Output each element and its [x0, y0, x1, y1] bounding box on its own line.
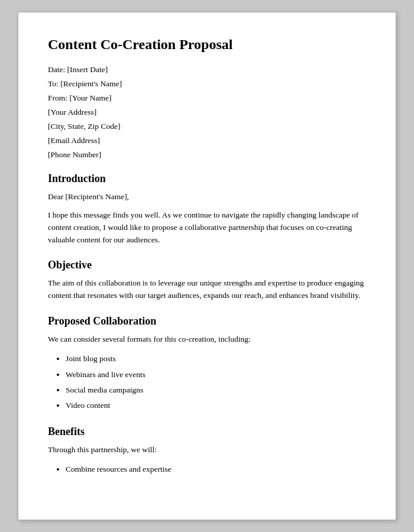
section-heading-proposed-collaboration: Proposed Collaboration: [48, 315, 366, 327]
intro-salutation: Dear [Recipient's Name],: [48, 191, 366, 203]
meta-date: Date: [Insert Date]: [48, 65, 366, 74]
section-heading-introduction: Introduction: [48, 173, 366, 185]
objective-body: The aim of this collaboration is to leve…: [48, 277, 366, 302]
list-item: Combine resources and expertise: [66, 462, 366, 476]
list-item: Video content: [66, 398, 366, 413]
meta-phone: [Phone Number]: [48, 150, 366, 160]
list-item: Joint blog posts: [66, 352, 366, 366]
benefits-intro: Through this partnership, we will:: [48, 444, 366, 456]
collaboration-list: Joint blog posts Webinars and live event…: [48, 352, 366, 413]
document-title: Content Co-Creation Proposal: [48, 36, 366, 53]
collaboration-intro: We can consider several formats for this…: [48, 333, 366, 346]
meta-to: To: [Recipient's Name]: [48, 79, 366, 89]
list-item: Webinars and live events: [66, 368, 366, 382]
meta-city: [City, State, Zip Code]: [48, 122, 366, 131]
meta-address: [Your Address]: [48, 108, 366, 117]
section-heading-benefits: Benefits: [48, 426, 366, 438]
intro-body: I hope this message finds you well. As w…: [48, 209, 366, 246]
list-item: Social media campaigns: [66, 383, 366, 397]
document-container: Content Co-Creation Proposal Date: [Inse…: [18, 12, 396, 520]
meta-email: [Email Address]: [48, 136, 366, 145]
section-heading-objective: Objective: [48, 259, 366, 271]
meta-from: From: [Your Name]: [48, 93, 366, 103]
benefits-list: Combine resources and expertise: [48, 462, 366, 476]
